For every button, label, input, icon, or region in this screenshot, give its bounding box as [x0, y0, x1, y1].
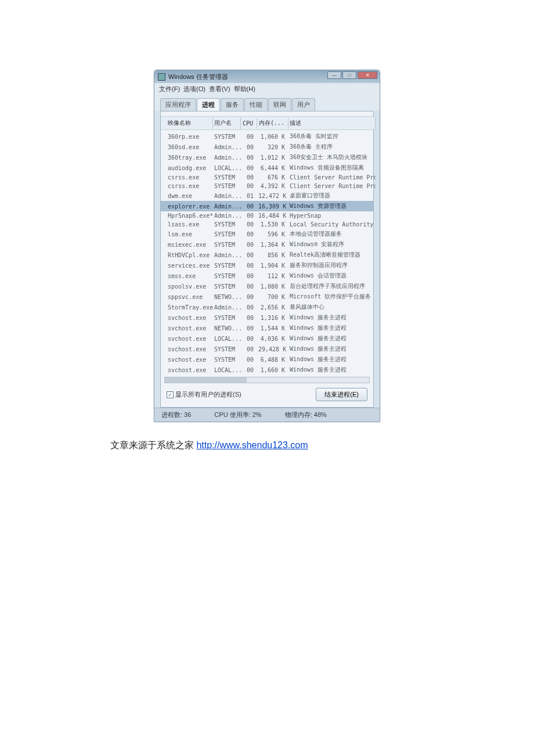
- maximize-button[interactable]: □: [342, 71, 356, 79]
- table-row[interactable]: spoolsv.exeSYSTEM001,080 K后台处理程序子系统应用程序: [161, 281, 373, 291]
- tab-users[interactable]: 用户: [292, 98, 315, 111]
- cell-image-name: svchost.exe: [167, 335, 213, 343]
- cell-user-name: SYSTEM: [213, 356, 241, 363]
- table-row[interactable]: svchost.exeSYSTEM0029,428 KWindows 服务主进程: [161, 344, 373, 354]
- table-row[interactable]: 360sd.exeAdmin...00320 K360杀毒 主程序: [161, 142, 373, 152]
- cell-description: Windows® 安装程序: [288, 240, 376, 249]
- cell-description: Local Security Authority Pro...: [288, 221, 376, 228]
- col-image-name[interactable]: 映像名称: [167, 117, 213, 129]
- window-controls: — □ ✕: [327, 71, 377, 79]
- table-row[interactable]: audiodg.exeLOCAL...006,444 KWindows 音频设备…: [161, 163, 373, 173]
- cell-cpu: 00: [241, 283, 257, 290]
- cell-user-name: LOCAL...: [213, 335, 241, 343]
- cell-user-name: SYSTEM: [213, 241, 241, 249]
- cell-description: Windows 服务主进程: [288, 323, 376, 333]
- tab-processes[interactable]: 进程: [197, 98, 220, 111]
- table-row[interactable]: services.exeSYSTEM001,904 K服务和控制器应用程序: [161, 260, 373, 271]
- cell-user-name: Admin...: [213, 192, 241, 200]
- footer-row: ✓ 显示所有用户的进程(S) 结束进程(E): [161, 383, 373, 404]
- cell-cpu: 00: [241, 231, 257, 238]
- table-row[interactable]: csrss.exeSYSTEM004,392 KClient Server Ru…: [161, 182, 373, 190]
- table-row[interactable]: RtHDVCpl.exeAdmin...00856 KRealtek高清晰音频管…: [161, 250, 373, 260]
- cell-cpu: 00: [241, 154, 257, 161]
- table-row[interactable]: svchost.exeNETWO...001,544 KWindows 服务主进…: [161, 323, 373, 333]
- horizontal-scrollbar[interactable]: [164, 377, 370, 383]
- table-row[interactable]: dwm.exeAdmin...0112,472 K桌面窗口管理器: [161, 190, 373, 201]
- table-row[interactable]: sppsvc.exeNETWO...00700 KMicrosoft 软件保护平…: [161, 291, 373, 302]
- table-row[interactable]: HprSnap6.exe*32Admin...0016,484 KHyperSn…: [161, 211, 373, 220]
- cell-description: 360安全卫士 木马防火墙模块: [288, 153, 376, 162]
- table-row[interactable]: svchost.exeLOCAL...004,036 KWindows 服务主进…: [161, 333, 373, 344]
- table-row[interactable]: 360rp.exeSYSTEM001,060 K360杀毒 实时监控: [161, 131, 373, 142]
- table-row[interactable]: lsm.exeSYSTEM00596 K本地会话管理器服务: [161, 229, 373, 239]
- cell-cpu: 00: [241, 212, 257, 219]
- minimize-button[interactable]: —: [327, 71, 341, 79]
- menu-file[interactable]: 文件(F): [159, 85, 180, 93]
- cell-memory: 112 K: [257, 272, 288, 280]
- table-header-row[interactable]: 映像名称 用户名 CPU 内存(... 描述: [161, 116, 373, 130]
- table-row[interactable]: smss.exeSYSTEM00112 KWindows 会话管理器: [161, 271, 373, 281]
- cell-user-name: Admin...: [213, 304, 241, 311]
- close-button[interactable]: ✕: [358, 71, 377, 79]
- table-row[interactable]: svchost.exeLOCAL...001,660 KWindows 服务主进…: [161, 365, 373, 375]
- cell-memory: 1,080 K: [257, 283, 288, 290]
- cell-memory: 6,488 K: [257, 356, 288, 363]
- cell-description: Realtek高清晰音频管理器: [288, 250, 376, 260]
- cell-image-name: csrss.exe: [167, 174, 213, 181]
- cell-image-name: svchost.exe: [167, 314, 213, 322]
- scroll-thumb[interactable]: [165, 377, 247, 383]
- menu-options[interactable]: 选项(O): [183, 85, 205, 93]
- cell-description: 暴风媒体中心: [288, 303, 376, 312]
- menu-help[interactable]: 帮助(H): [234, 85, 255, 93]
- menubar: 文件(F) 选项(O) 查看(V) 帮助(H): [154, 83, 380, 95]
- cell-image-name: HprSnap6.exe*32: [167, 212, 213, 219]
- cell-memory: 4,036 K: [257, 335, 288, 343]
- cell-user-name: LOCAL...: [213, 164, 241, 172]
- cell-cpu: 01: [241, 192, 257, 200]
- table-row[interactable]: 360tray.exeAdmin...001,012 K360安全卫士 木马防火…: [161, 152, 373, 163]
- cell-user-name: LOCAL...: [213, 366, 241, 374]
- cell-memory: 1,012 K: [257, 154, 288, 161]
- end-process-button[interactable]: 结束进程(E): [316, 388, 367, 401]
- source-link[interactable]: http://www.shendu123.com: [196, 440, 308, 450]
- table-row[interactable]: lsass.exeSYSTEM001,530 KLocal Security A…: [161, 220, 373, 229]
- cell-cpu: 00: [241, 366, 257, 374]
- tab-services[interactable]: 服务: [221, 98, 244, 111]
- cell-user-name: NETWO...: [213, 293, 241, 301]
- titlebar[interactable]: Windows 任务管理器 — □ ✕: [154, 70, 380, 83]
- show-all-users-checkbox[interactable]: ✓ 显示所有用户的进程(S): [167, 390, 241, 399]
- cell-user-name: SYSTEM: [213, 272, 241, 280]
- cell-image-name: svchost.exe: [167, 356, 213, 363]
- status-process-count: 进程数: 36: [161, 411, 191, 419]
- table-row[interactable]: svchost.exeSYSTEM006,488 KWindows 服务主进程: [161, 354, 373, 365]
- cell-user-name: NETWO...: [213, 325, 241, 332]
- cell-image-name: smss.exe: [167, 272, 213, 280]
- col-description[interactable]: 描述: [288, 117, 376, 129]
- cell-memory: 596 K: [257, 231, 288, 238]
- table-row[interactable]: svchost.exeSYSTEM001,316 KWindows 服务主进程: [161, 312, 373, 323]
- window-title: Windows 任务管理器: [168, 73, 228, 81]
- table-row[interactable]: StormTray.exeAdmin...002,656 K暴风媒体中心: [161, 302, 373, 312]
- col-user-name[interactable]: 用户名: [213, 117, 241, 129]
- col-cpu[interactable]: CPU: [241, 118, 257, 128]
- cell-memory: 676 K: [257, 174, 288, 181]
- cell-image-name: svchost.exe: [167, 325, 213, 332]
- cell-description: 360杀毒 实时监控: [288, 132, 376, 141]
- cell-cpu: 00: [241, 304, 257, 311]
- cell-description: Windows 资源管理器: [288, 201, 376, 211]
- cell-memory: 1,660 K: [257, 366, 288, 374]
- cell-user-name: Admin...: [213, 143, 241, 151]
- cell-memory: 12,472 K: [257, 192, 288, 200]
- tab-applications[interactable]: 应用程序: [160, 98, 196, 111]
- table-row[interactable]: explorer.exeAdmin...0016,309 KWindows 资源…: [161, 201, 373, 211]
- tab-networking[interactable]: 联网: [268, 98, 291, 111]
- col-memory[interactable]: 内存(...: [257, 117, 288, 129]
- cell-description: 360杀毒 主程序: [288, 142, 376, 152]
- cell-cpu: 00: [241, 143, 257, 151]
- table-row[interactable]: csrss.exeSYSTEM00676 KClient Server Runt…: [161, 173, 373, 182]
- cell-description: Client Server Runtime Process: [288, 182, 376, 190]
- cell-image-name: msiexec.exe: [167, 241, 213, 249]
- tab-performance[interactable]: 性能: [244, 98, 268, 111]
- menu-view[interactable]: 查看(V): [209, 85, 230, 93]
- table-row[interactable]: msiexec.exeSYSTEM001,364 KWindows® 安装程序: [161, 239, 373, 250]
